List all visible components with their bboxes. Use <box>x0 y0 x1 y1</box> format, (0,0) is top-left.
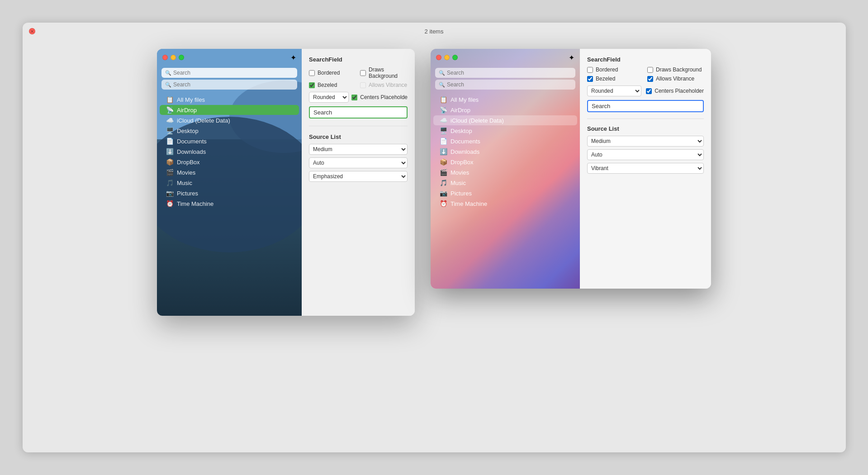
left-search-secondary-input[interactable] <box>173 81 294 88</box>
sidebar-item-music[interactable]: 🎵 Music <box>160 178 299 188</box>
left-section-title: SearchField <box>309 56 408 63</box>
sidebar-item-dropbox[interactable]: 📦 DropBox <box>160 157 299 167</box>
left-allows-vibrance-checkbox[interactable] <box>360 82 366 88</box>
right-dropdown1-select[interactable]: Medium Small Large <box>587 136 704 147</box>
sidebar-item-pictures[interactable]: 📷 Pictures <box>160 188 299 198</box>
sidebar-item-airdrop[interactable]: 📡 AirDrop <box>160 105 299 115</box>
right-downloads-icon: ⬇️ <box>440 148 447 155</box>
right-sidebar-item-pictures[interactable]: 📷 Pictures <box>433 188 577 198</box>
sidebar-item-downloads[interactable]: ⬇️ Downloads <box>160 147 299 157</box>
right-traffic-light-yellow[interactable] <box>444 55 450 60</box>
right-dropdown2-select[interactable]: Auto Light Dark <box>587 149 704 160</box>
sidebar-item-movies[interactable]: 🎬 Movies <box>160 167 299 177</box>
right-icloud-label: iCloud (Delete Data) <box>451 117 504 124</box>
traffic-light-red[interactable] <box>162 55 168 60</box>
right-bordered-row: Bordered <box>587 66 644 73</box>
right-search-top-input[interactable] <box>447 70 572 76</box>
left-finder-background: ✦ 🔍 🔍 📋 <box>157 49 302 316</box>
left-divider <box>309 126 408 126</box>
panels-row: ✦ 🔍 🔍 📋 <box>157 49 711 316</box>
left-rounded-row: Rounded Square Centers Placeholde <box>309 92 408 103</box>
left-search-top-input[interactable] <box>173 70 294 76</box>
close-button[interactable] <box>29 28 35 34</box>
left-dropdown3-select[interactable]: Emphasized Normal Vibrant <box>309 171 408 182</box>
right-sidebar-item-dropbox[interactable]: 📦 DropBox <box>433 157 577 167</box>
right-rounded-select[interactable]: Rounded Square <box>587 86 641 96</box>
sidebar-item-icloud[interactable]: ☁️ iCloud (Delete Data) <box>160 115 299 125</box>
right-sidebar-item-documents[interactable]: 📄 Documents <box>433 136 577 146</box>
right-sidebar-item-icloud[interactable]: ☁️ iCloud (Delete Data) <box>433 115 577 125</box>
right-source-list-title: Source List <box>587 125 704 132</box>
time-machine-icon: ⏰ <box>166 200 173 207</box>
left-rounded-select[interactable]: Rounded Square <box>309 92 349 103</box>
left-bezeled-row: Bezeled <box>309 82 356 88</box>
left-allows-vibrance-row: Allows Vibrance <box>360 82 408 88</box>
right-all-my-files-icon: 📋 <box>440 96 447 103</box>
right-desktop-icon: 🖥️ <box>440 127 447 134</box>
right-search-secondary-input[interactable] <box>447 81 572 88</box>
right-downloads-label: Downloads <box>451 148 479 155</box>
right-dropdown3-row: Vibrant Emphasized Normal <box>587 163 704 174</box>
right-centers-placeholder-label: Centers Placeholder <box>655 88 704 94</box>
right-sidebar-item-music[interactable]: 🎵 Music <box>433 178 577 188</box>
sidebar-item-desktop[interactable]: 🖥️ Desktop <box>160 126 299 136</box>
left-dropdown2-select[interactable]: Auto Light Dark <box>309 157 408 168</box>
sidebar-item-time-machine[interactable]: ⏰ Time Machine <box>160 199 299 209</box>
icloud-label: iCloud (Delete Data) <box>177 117 230 124</box>
sun-icon: ✦ <box>290 53 296 62</box>
right-centers-placeholder-checkbox[interactable] <box>646 88 652 94</box>
left-draws-bg-row: Draws Background <box>360 66 408 79</box>
right-sidebar-item-all-my-files[interactable]: 📋 All My files <box>433 95 577 104</box>
left-search-display-text: Search <box>313 109 332 116</box>
left-centers-placeholder-row: Centers Placeholde <box>351 94 408 100</box>
right-movies-label: Movies <box>451 169 469 176</box>
right-search-top[interactable]: 🔍 <box>435 68 575 78</box>
right-controls-panel: SearchField Bordered Draws Background <box>580 49 711 289</box>
right-search-display: Search <box>587 100 704 112</box>
sidebar-item-documents[interactable]: 📄 Documents <box>160 136 299 146</box>
left-finder-sidebar: ✦ 🔍 🔍 📋 <box>157 49 302 316</box>
right-dropbox-label: DropBox <box>451 159 474 166</box>
right-checkboxes: Bordered Draws Background Bezeled A <box>587 66 704 82</box>
left-bordered-checkbox[interactable] <box>309 70 315 76</box>
left-dropdown2-row: Auto Light Dark <box>309 157 408 168</box>
left-bezeled-checkbox[interactable] <box>309 82 315 88</box>
traffic-light-green[interactable] <box>179 55 184 60</box>
right-allows-vibrance-checkbox[interactable] <box>647 76 653 82</box>
right-time-machine-icon: ⏰ <box>440 200 447 207</box>
right-dropbox-icon: 📦 <box>440 158 447 166</box>
right-sidebar-item-downloads[interactable]: ⬇️ Downloads <box>433 147 577 157</box>
left-search-secondary[interactable]: 🔍 <box>161 80 297 90</box>
right-sidebar-items: 📋 All My files 📡 AirDrop ☁️ iCloud (Dele… <box>431 92 580 211</box>
left-search-top[interactable]: 🔍 <box>161 68 297 78</box>
outer-titlebar: 2 items <box>23 23 846 40</box>
right-all-my-files-label: All My files <box>451 96 479 103</box>
right-pictures-label: Pictures <box>451 190 472 197</box>
right-search-secondary[interactable]: 🔍 <box>435 80 575 90</box>
left-draws-bg-label: Draws Background <box>369 66 408 79</box>
right-bezeled-label: Bezeled <box>596 76 615 82</box>
left-sidebar-items: 📋 All My files 📡 AirDrop ☁️ iCloud (Dele… <box>157 92 302 211</box>
right-sidebar-item-movies[interactable]: 🎬 Movies <box>433 167 577 177</box>
traffic-light-yellow[interactable] <box>171 55 176 60</box>
left-dropdown1-select[interactable]: Medium Small Large <box>309 144 408 155</box>
right-draws-bg-checkbox[interactable] <box>647 67 653 73</box>
documents-icon: 📄 <box>166 138 173 145</box>
right-finder-background: ✦ 🔍 🔍 📋 <box>431 49 580 289</box>
left-checkboxes: Bordered Draws Background Bezeled A <box>309 66 408 88</box>
right-sidebar-item-time-machine[interactable]: ⏰ Time Machine <box>433 199 577 209</box>
right-airdrop-icon: 📡 <box>440 106 447 114</box>
right-centers-placeholder-row: Centers Placeholder <box>646 88 704 94</box>
right-dropdown3-select[interactable]: Vibrant Emphasized Normal <box>587 163 704 174</box>
right-bezeled-checkbox[interactable] <box>587 76 593 82</box>
right-traffic-light-green[interactable] <box>452 55 458 60</box>
left-draws-bg-checkbox[interactable] <box>360 70 366 76</box>
sidebar-item-all-my-files[interactable]: 📋 All My files <box>160 95 299 104</box>
dropbox-label: DropBox <box>177 159 200 166</box>
right-sidebar-item-airdrop[interactable]: 📡 AirDrop <box>433 105 577 115</box>
left-centers-placeholder-checkbox[interactable] <box>351 95 357 100</box>
right-traffic-light-red[interactable] <box>436 55 441 60</box>
right-bordered-checkbox[interactable] <box>587 67 593 73</box>
right-documents-label: Documents <box>451 138 480 145</box>
right-sidebar-item-desktop[interactable]: 🖥️ Desktop <box>433 126 577 136</box>
